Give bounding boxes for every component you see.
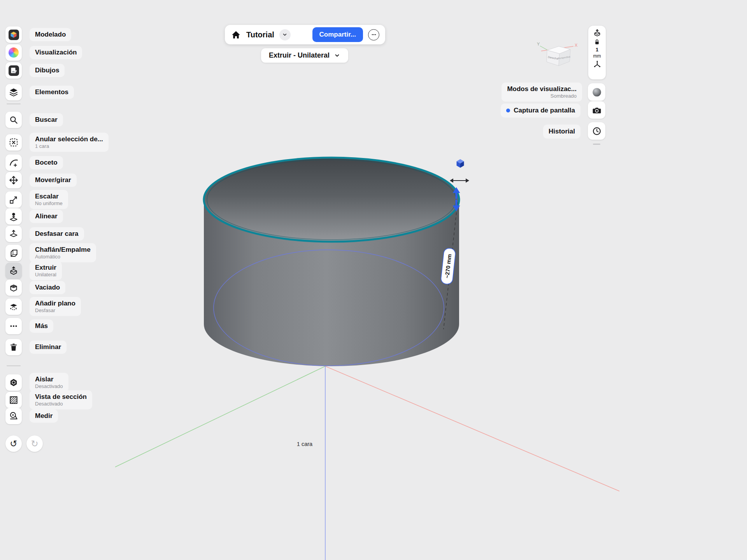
sidebar-divider [7, 104, 21, 104]
redo-button[interactable]: ↻ [26, 435, 43, 452]
tool-mode-dropdown[interactable]: Extruir - Unilateral [261, 48, 348, 63]
more-icon[interactable] [5, 318, 22, 334]
sidebar-item-mas[interactable]: Más [5, 318, 53, 334]
sidebar-label-pill: Aislar Desactivado [30, 373, 68, 392]
selection-status: 1 cara [297, 441, 312, 447]
items-layers-icon[interactable] [5, 84, 22, 100]
modeling-cube-icon[interactable] [5, 26, 22, 43]
deselect-icon[interactable] [5, 134, 22, 151]
project-menu-button[interactable] [279, 29, 291, 40]
undo-button[interactable]: ↺ [5, 435, 22, 452]
color-wheel-glyph [9, 47, 19, 58]
home-button[interactable] [231, 30, 241, 40]
project-title[interactable]: Tutorial [246, 30, 274, 39]
shell-icon[interactable] [5, 279, 22, 296]
chamfer-fillet-icon[interactable] [5, 245, 22, 261]
sidebar-label-pill: Vaciado [30, 281, 65, 294]
scale-icon[interactable] [5, 191, 22, 208]
sidebar-item-elementos[interactable]: Elementos [5, 84, 74, 100]
move-rotate-icon[interactable] [5, 172, 22, 188]
sidebar-item-aislar[interactable]: Aislar Desactivado [5, 373, 68, 392]
view-modes-button[interactable] [588, 83, 605, 101]
grid-step-unit[interactable]: mm [593, 53, 601, 59]
sidebar-label-pill: Chaflán/Empalme Automático [30, 243, 96, 262]
sidebar-item-boceto[interactable]: Boceto [5, 154, 63, 171]
offset-face-icon[interactable] [5, 226, 22, 242]
sidebar-item-chaflan-empalme[interactable]: Chaflán/Empalme Automático [5, 243, 96, 262]
undo-icon: ↺ [10, 439, 17, 449]
grid-step-value[interactable]: 1 [596, 47, 598, 53]
view-modes-label: Modos de visualizac... [507, 85, 577, 93]
search-icon[interactable] [5, 112, 22, 128]
sketch-icon[interactable] [5, 154, 22, 171]
chevron-down-icon [281, 31, 288, 38]
sidebar-item-anular-seleccion[interactable]: Anular selección de... 1 cara [5, 133, 109, 152]
screenshot-button[interactable] [588, 101, 605, 119]
chevron-down-icon [334, 52, 340, 59]
extrude-handle-icon[interactable] [593, 28, 602, 38]
right-tool-panel: 1 mm [588, 26, 606, 79]
section-view-icon[interactable] [5, 392, 22, 408]
sidebar-item-buscar[interactable]: Buscar [5, 112, 63, 128]
screenshot-label-pill[interactable]: Captura de pantalla [501, 104, 580, 118]
drawings-icon[interactable] [5, 62, 22, 79]
view-modes-sublabel: Sombreado [551, 93, 577, 99]
sidebar-label-pill: Boceto [30, 156, 63, 169]
axis-y-green [115, 366, 325, 467]
view-cube[interactable]: Derecha Perspectiva Y X [528, 37, 587, 76]
camera-icon [592, 105, 602, 115]
sidebar-label-pill: Vista de sección Desactivado [30, 390, 92, 409]
sidebar-item-mover-girar[interactable]: Mover/girar [5, 172, 77, 188]
view-modes-label-pill[interactable]: Modos de visualizac... Sombreado [502, 83, 582, 102]
sidebar-label-pill: Medir [30, 409, 58, 423]
grid-lock-icon[interactable] [593, 39, 601, 46]
sidebar-label-pill: Anular selección de... 1 cara [30, 133, 109, 152]
3d-canvas[interactable]: ~270 mm [0, 0, 747, 560]
redo-icon: ↻ [31, 439, 38, 449]
sidebar-item-medir[interactable]: Medir [5, 408, 58, 424]
sidebar-item-vista-seccion[interactable]: Vista de sección Desactivado [5, 390, 92, 409]
axis-x-red [325, 366, 619, 491]
sidebar-label-pill: Eliminar [30, 341, 67, 354]
orientation-gizmo-icon[interactable] [593, 60, 602, 69]
sidebar-item-extruir[interactable]: Extruir Unilateral [5, 261, 62, 280]
offset-handle-arrow[interactable] [450, 179, 469, 183]
visualization-sphere-icon[interactable] [5, 44, 22, 61]
add-plane-icon[interactable] [5, 298, 22, 315]
sidebar-divider [7, 365, 21, 366]
sidebar-label-pill: Modelado [30, 28, 71, 41]
history-label-pill[interactable]: Historial [543, 125, 580, 139]
sidebar-item-visualizacion[interactable]: Visualización [5, 44, 82, 61]
share-button[interactable]: Compartir... [312, 27, 363, 42]
sidebar-label-pill: Mover/girar [30, 174, 77, 187]
sidebar-item-vaciado[interactable]: Vaciado [5, 279, 65, 296]
sidebar-item-anadir-plano[interactable]: Añadir plano Desfasar [5, 297, 81, 316]
sidebar-item-dibujos[interactable]: Dibujos [5, 62, 65, 79]
screenshot-label: Captura de pantalla [514, 107, 575, 114]
measure-icon[interactable] [5, 408, 22, 424]
panel-handle[interactable] [593, 144, 600, 145]
more-options-button[interactable] [368, 29, 379, 40]
modeling-cube-glyph [9, 30, 19, 40]
axis-x-label: X [575, 43, 578, 47]
delete-icon[interactable] [5, 339, 22, 355]
more-options-icon [371, 32, 377, 38]
viewcube-axis-y-line [540, 46, 548, 50]
recording-dot-icon [506, 109, 510, 112]
tool-mode-label: Extruir - Unilateral [269, 51, 330, 60]
body-badge-cube-icon[interactable] [457, 159, 464, 168]
sidebar-item-eliminar[interactable]: Eliminar [5, 339, 67, 355]
extrude-icon[interactable] [5, 263, 22, 279]
sidebar-label-pill: Visualización [30, 46, 82, 59]
isolate-icon[interactable] [5, 374, 22, 391]
sidebar-item-escalar[interactable]: Escalar No uniforme [5, 190, 68, 209]
sidebar-label-pill: Extruir Unilateral [30, 261, 62, 280]
sidebar-label-pill: Alinear [30, 210, 63, 223]
align-icon[interactable] [5, 208, 22, 225]
axis-y-label: Y [537, 42, 540, 46]
sidebar-item-desfasar-cara[interactable]: Desfasar cara [5, 226, 84, 242]
history-button[interactable] [588, 122, 605, 140]
sidebar-item-alinear[interactable]: Alinear [5, 208, 63, 225]
history-clock-icon [592, 126, 602, 136]
sidebar-item-modelado[interactable]: Modelado [5, 26, 71, 43]
